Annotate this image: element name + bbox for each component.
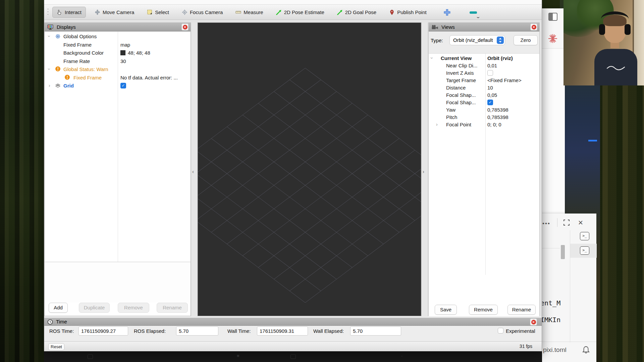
close-panel-button[interactable]: ✕ bbox=[530, 23, 537, 31]
remove-tool-button[interactable] bbox=[470, 11, 477, 14]
tree-label: Focal Shap... bbox=[446, 92, 476, 98]
tree-row-background-color[interactable]: Background Color 48; 48; 48 bbox=[45, 49, 191, 57]
wallpaper-forest-left bbox=[0, 0, 44, 362]
type-label: Type: bbox=[431, 38, 443, 43]
status-file-label[interactable]: pixi.toml bbox=[543, 346, 567, 354]
toolbar-drag-handle[interactable] bbox=[47, 8, 49, 16]
accent-line bbox=[588, 140, 597, 141]
rename-view-button[interactable]: Rename bbox=[507, 305, 536, 315]
close-icon[interactable]: ✕ bbox=[578, 219, 583, 227]
chevron-down-icon[interactable]: › bbox=[47, 36, 52, 37]
views-panel: Views ✕ Type: Orbit (rviz_default Zero bbox=[428, 22, 540, 316]
displays-panel-header[interactable]: Displays ✕ bbox=[45, 23, 191, 32]
tree-value[interactable]: 0,01 bbox=[487, 63, 538, 68]
close-panel-button[interactable]: ✕ bbox=[530, 318, 537, 325]
left-splitter[interactable]: ‹ bbox=[191, 22, 198, 316]
tree-value[interactable]: 48; 48; 48 bbox=[120, 50, 189, 56]
tree-row-fixed-frame-warning[interactable]: Fixed Frame No tf data. Actual error: ..… bbox=[45, 74, 191, 82]
rename-display-button[interactable]: Rename bbox=[157, 303, 188, 313]
add-tool-button[interactable] bbox=[443, 9, 451, 16]
tree-row-focal-point[interactable]: › Focal Point 0; 0; 0 bbox=[429, 121, 539, 128]
3d-viewport[interactable] bbox=[198, 22, 421, 316]
ros-time-input[interactable] bbox=[78, 326, 128, 336]
invert-z-checkbox[interactable] bbox=[487, 70, 493, 76]
fullscreen-icon[interactable] bbox=[563, 219, 570, 227]
tool-interact[interactable]: Interact bbox=[52, 7, 86, 18]
tree-value[interactable]: 30 bbox=[120, 58, 189, 64]
chevron-right-icon[interactable]: › bbox=[436, 122, 438, 127]
dock-ghost-icon[interactable]: ≡ bbox=[237, 353, 239, 358]
reset-button[interactable]: Reset bbox=[48, 343, 64, 350]
chevron-right-icon[interactable]: › bbox=[49, 83, 50, 88]
tree-row-target-frame[interactable]: Target Frame <Fixed Frame> bbox=[429, 77, 539, 84]
tree-row-current-view[interactable]: › Current View Orbit (rviz) bbox=[429, 55, 539, 62]
chevron-down-icon[interactable]: › bbox=[429, 57, 435, 59]
save-view-button[interactable]: Save bbox=[435, 305, 457, 315]
tree-row-distance[interactable]: Distance 10 bbox=[429, 84, 539, 92]
add-display-button[interactable]: Add bbox=[49, 303, 68, 313]
dock-ghost-icon[interactable]: · bbox=[401, 353, 402, 358]
tree-value[interactable]: 0,785398 bbox=[487, 107, 538, 113]
tree-value[interactable]: 10 bbox=[487, 85, 538, 90]
tool-2d-pose-estimate[interactable]: 2D Pose Estimate bbox=[272, 7, 328, 17]
tool-publish-point[interactable]: Publish Point bbox=[385, 7, 431, 17]
tree-row-invert-z-axis[interactable]: Invert Z Axis bbox=[429, 69, 539, 77]
tree-value[interactable]: map bbox=[120, 42, 189, 48]
sidebar-toggle-icon[interactable] bbox=[548, 13, 557, 21]
tool-select[interactable]: Select bbox=[143, 7, 173, 17]
dock-ghost-icon[interactable] bbox=[88, 354, 93, 359]
move-arrows-icon bbox=[95, 9, 100, 15]
dock-ghost-icon[interactable] bbox=[290, 354, 296, 359]
duplicate-display-button[interactable]: Duplicate bbox=[79, 303, 110, 313]
collapse-right-icon[interactable]: › bbox=[423, 169, 424, 174]
time-panel-header[interactable]: Time ✕ bbox=[44, 318, 542, 326]
status-bar: Reset 31 fps bbox=[44, 341, 542, 351]
tree-value[interactable]: 0; 0; 0 bbox=[487, 122, 538, 127]
tree-row-yaw[interactable]: Yaw 0,785398 bbox=[429, 106, 539, 114]
editor-window: ••• ✕ >_ >_ ent_M IMKIn pixi.toml bbox=[539, 214, 596, 362]
right-splitter[interactable]: › bbox=[421, 22, 428, 316]
tree-value[interactable]: 0,05 bbox=[487, 92, 538, 98]
bell-icon[interactable] bbox=[582, 346, 590, 356]
views-panel-header[interactable]: Views ✕ bbox=[429, 23, 539, 32]
tree-value[interactable]: 0,785398 bbox=[487, 114, 538, 120]
clock-icon bbox=[47, 319, 53, 326]
tree-row-pitch[interactable]: Pitch 0,785398 bbox=[429, 114, 539, 121]
terminal-icon[interactable]: >_ bbox=[580, 246, 589, 255]
tree-row-focal-shape-size[interactable]: Focal Shap... 0,05 bbox=[429, 92, 539, 99]
remove-display-button[interactable]: Remove bbox=[118, 303, 149, 313]
tool-focus-camera[interactable]: Focus Camera bbox=[178, 7, 227, 17]
terminal-icon[interactable]: >_ bbox=[580, 232, 589, 240]
collapse-left-icon[interactable]: ‹ bbox=[192, 169, 194, 174]
warning-icon bbox=[55, 66, 61, 73]
tree-row-fixed-frame[interactable]: Fixed Frame map bbox=[45, 41, 191, 49]
tool-move-camera[interactable]: Move Camera bbox=[91, 7, 138, 17]
tree-row-frame-rate[interactable]: Frame Rate 30 bbox=[45, 57, 191, 66]
views-tree: › Current View Orbit (rviz) Near Clip Di… bbox=[429, 55, 539, 128]
chevron-down-icon[interactable]: ⌄ bbox=[476, 14, 481, 19]
panel-title: Displays bbox=[57, 24, 76, 30]
remove-view-button[interactable]: Remove bbox=[469, 305, 498, 315]
focal-shape-checkbox[interactable]: ✓ bbox=[487, 100, 493, 105]
experimental-checkbox[interactable] bbox=[498, 328, 503, 334]
scrollbar-thumb[interactable] bbox=[561, 245, 565, 259]
tree-row-focal-shape-fixed[interactable]: Focal Shap... ✓ bbox=[429, 99, 539, 106]
close-panel-button[interactable]: ✕ bbox=[181, 23, 189, 31]
tool-measure[interactable]: Measure bbox=[231, 7, 267, 17]
view-type-dropdown[interactable]: Orbit (rviz_default bbox=[449, 35, 505, 45]
chevron-down-icon[interactable]: › bbox=[47, 68, 52, 70]
wall-time-input[interactable] bbox=[257, 326, 308, 336]
tool-2d-goal-pose[interactable]: 2D Goal Pose bbox=[333, 7, 380, 17]
more-icon[interactable]: ••• bbox=[542, 220, 550, 227]
wall-time-label: Wall Time: bbox=[227, 328, 251, 334]
tree-row-near-clip[interactable]: Near Clip Di... 0,01 bbox=[429, 62, 539, 69]
tree-row-global-options[interactable]: › Global Options bbox=[45, 33, 191, 41]
wall-elapsed-input[interactable] bbox=[350, 326, 401, 336]
ros-elapsed-input[interactable] bbox=[176, 326, 218, 336]
grid-enabled-checkbox[interactable]: ✓ bbox=[120, 83, 126, 88]
zero-button[interactable]: Zero bbox=[514, 35, 538, 45]
tree-row-global-status[interactable]: › Global Status: Warn bbox=[45, 65, 191, 74]
tree-value[interactable]: <Fixed Frame> bbox=[487, 77, 538, 83]
tree-row-grid[interactable]: › Grid ✓ bbox=[45, 82, 191, 90]
tree-label: Global Status: Warn bbox=[63, 66, 108, 72]
